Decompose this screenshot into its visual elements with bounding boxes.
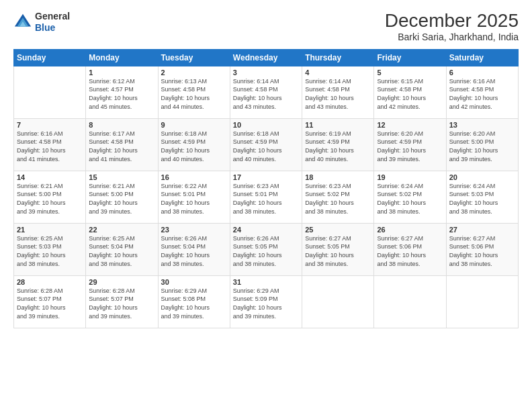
- day-info: Sunrise: 6:20 AM Sunset: 4:59 PM Dayligh…: [377, 130, 443, 163]
- header-row: Sunday Monday Tuesday Wednesday Thursday…: [14, 49, 519, 66]
- day-info: Sunrise: 6:18 AM Sunset: 4:59 PM Dayligh…: [233, 130, 299, 163]
- calendar-cell: [374, 275, 446, 328]
- day-info: Sunrise: 6:17 AM Sunset: 4:58 PM Dayligh…: [89, 130, 154, 163]
- day-info: Sunrise: 6:21 AM Sunset: 5:00 PM Dayligh…: [17, 182, 83, 216]
- day-number: 27: [449, 226, 515, 234]
- day-info: Sunrise: 6:16 AM Sunset: 4:58 PM Dayligh…: [17, 130, 83, 163]
- logo: General Blue: [13, 11, 70, 34]
- day-info: Sunrise: 6:16 AM Sunset: 4:58 PM Dayligh…: [449, 77, 515, 111]
- col-monday: Monday: [86, 49, 158, 66]
- calendar-cell: 29Sunrise: 6:28 AM Sunset: 5:07 PM Dayli…: [86, 275, 158, 328]
- day-number: 2: [161, 68, 227, 77]
- day-number: 3: [233, 68, 299, 77]
- calendar-cell: 26Sunrise: 6:27 AM Sunset: 5:06 PM Dayli…: [374, 223, 446, 275]
- calendar-cell: 2Sunrise: 6:13 AM Sunset: 4:58 PM Daylig…: [158, 66, 230, 118]
- calendar-cell: 23Sunrise: 6:26 AM Sunset: 5:04 PM Dayli…: [158, 223, 230, 275]
- logo-general: General: [35, 11, 70, 21]
- day-info: Sunrise: 6:19 AM Sunset: 4:59 PM Dayligh…: [305, 130, 371, 163]
- day-info: Sunrise: 6:26 AM Sunset: 5:05 PM Dayligh…: [233, 234, 299, 268]
- day-info: Sunrise: 6:29 AM Sunset: 5:08 PM Dayligh…: [161, 287, 227, 320]
- logo-blue: Blue: [35, 22, 55, 33]
- calendar-title: December 2025: [385, 11, 519, 32]
- logo-text: General Blue: [35, 11, 70, 34]
- day-number: 30: [161, 278, 227, 286]
- calendar-cell: 15Sunrise: 6:21 AM Sunset: 5:00 PM Dayli…: [86, 171, 158, 223]
- calendar-cell: 12Sunrise: 6:20 AM Sunset: 4:59 PM Dayli…: [374, 118, 446, 171]
- day-number: 5: [377, 68, 443, 77]
- day-number: 6: [449, 68, 515, 77]
- day-number: 11: [305, 121, 371, 129]
- day-info: Sunrise: 6:25 AM Sunset: 5:04 PM Dayligh…: [89, 234, 154, 268]
- day-info: Sunrise: 6:24 AM Sunset: 5:03 PM Dayligh…: [449, 182, 515, 216]
- calendar-cell: 7Sunrise: 6:16 AM Sunset: 4:58 PM Daylig…: [14, 118, 86, 171]
- day-number: 25: [305, 226, 371, 234]
- day-number: 24: [233, 226, 299, 234]
- calendar-cell: 18Sunrise: 6:23 AM Sunset: 5:02 PM Dayli…: [302, 171, 374, 223]
- day-number: 8: [89, 121, 154, 129]
- calendar-cell: [446, 275, 518, 328]
- calendar-cell: 19Sunrise: 6:24 AM Sunset: 5:02 PM Dayli…: [374, 171, 446, 223]
- calendar-cell: 16Sunrise: 6:22 AM Sunset: 5:01 PM Dayli…: [158, 171, 230, 223]
- day-info: Sunrise: 6:21 AM Sunset: 5:00 PM Dayligh…: [89, 182, 154, 216]
- day-number: 23: [161, 226, 227, 234]
- day-info: Sunrise: 6:12 AM Sunset: 4:57 PM Dayligh…: [89, 77, 154, 111]
- col-sunday: Sunday: [14, 49, 86, 66]
- day-number: 14: [17, 173, 83, 181]
- calendar-cell: 21Sunrise: 6:25 AM Sunset: 5:03 PM Dayli…: [14, 223, 86, 275]
- calendar-week-2: 7Sunrise: 6:16 AM Sunset: 4:58 PM Daylig…: [14, 118, 519, 171]
- day-number: 16: [161, 173, 227, 181]
- day-info: Sunrise: 6:28 AM Sunset: 5:07 PM Dayligh…: [89, 287, 154, 320]
- day-number: 20: [449, 173, 515, 181]
- day-info: Sunrise: 6:23 AM Sunset: 5:01 PM Dayligh…: [233, 182, 299, 216]
- calendar-cell: [14, 66, 86, 118]
- calendar-week-4: 21Sunrise: 6:25 AM Sunset: 5:03 PM Dayli…: [14, 223, 519, 275]
- day-info: Sunrise: 6:14 AM Sunset: 4:58 PM Dayligh…: [233, 77, 299, 111]
- col-wednesday: Wednesday: [230, 49, 302, 66]
- calendar-cell: 11Sunrise: 6:19 AM Sunset: 4:59 PM Dayli…: [302, 118, 374, 171]
- calendar-cell: 4Sunrise: 6:14 AM Sunset: 4:58 PM Daylig…: [302, 66, 374, 118]
- day-number: 26: [377, 226, 443, 234]
- calendar-cell: 25Sunrise: 6:27 AM Sunset: 5:05 PM Dayli…: [302, 223, 374, 275]
- calendar-week-5: 28Sunrise: 6:28 AM Sunset: 5:07 PM Dayli…: [14, 275, 519, 328]
- day-number: 9: [161, 121, 227, 129]
- calendar-table: Sunday Monday Tuesday Wednesday Thursday…: [13, 49, 519, 328]
- day-number: 17: [233, 173, 299, 181]
- day-number: 10: [233, 121, 299, 129]
- day-info: Sunrise: 6:24 AM Sunset: 5:02 PM Dayligh…: [377, 182, 443, 216]
- header: General Blue December 2025 Barki Saria, …: [13, 11, 519, 42]
- calendar-cell: 31Sunrise: 6:29 AM Sunset: 5:09 PM Dayli…: [230, 275, 302, 328]
- calendar-week-1: 1Sunrise: 6:12 AM Sunset: 4:57 PM Daylig…: [14, 66, 519, 118]
- day-number: 15: [89, 173, 154, 181]
- col-saturday: Saturday: [446, 49, 518, 66]
- day-number: 31: [233, 278, 299, 286]
- day-number: 19: [377, 173, 443, 181]
- day-info: Sunrise: 6:29 AM Sunset: 5:09 PM Dayligh…: [233, 287, 299, 320]
- day-number: 21: [17, 226, 83, 234]
- calendar-cell: [302, 275, 374, 328]
- day-info: Sunrise: 6:27 AM Sunset: 5:06 PM Dayligh…: [377, 234, 443, 268]
- calendar-cell: 13Sunrise: 6:20 AM Sunset: 5:00 PM Dayli…: [446, 118, 518, 171]
- col-tuesday: Tuesday: [158, 49, 230, 66]
- day-number: 29: [89, 278, 154, 286]
- day-info: Sunrise: 6:28 AM Sunset: 5:07 PM Dayligh…: [17, 287, 83, 320]
- day-number: 18: [305, 173, 371, 181]
- calendar-cell: 20Sunrise: 6:24 AM Sunset: 5:03 PM Dayli…: [446, 171, 518, 223]
- day-info: Sunrise: 6:25 AM Sunset: 5:03 PM Dayligh…: [17, 234, 83, 268]
- calendar-cell: 1Sunrise: 6:12 AM Sunset: 4:57 PM Daylig…: [86, 66, 158, 118]
- day-info: Sunrise: 6:14 AM Sunset: 4:58 PM Dayligh…: [305, 77, 371, 111]
- col-thursday: Thursday: [302, 49, 374, 66]
- col-friday: Friday: [374, 49, 446, 66]
- calendar-cell: 30Sunrise: 6:29 AM Sunset: 5:08 PM Dayli…: [158, 275, 230, 328]
- day-number: 4: [305, 68, 371, 77]
- calendar-subtitle: Barki Saria, Jharkhand, India: [385, 32, 519, 42]
- calendar-cell: 17Sunrise: 6:23 AM Sunset: 5:01 PM Dayli…: [230, 171, 302, 223]
- day-info: Sunrise: 6:22 AM Sunset: 5:01 PM Dayligh…: [161, 182, 227, 216]
- day-info: Sunrise: 6:18 AM Sunset: 4:59 PM Dayligh…: [161, 130, 227, 163]
- calendar-cell: 10Sunrise: 6:18 AM Sunset: 4:59 PM Dayli…: [230, 118, 302, 171]
- calendar-cell: 6Sunrise: 6:16 AM Sunset: 4:58 PM Daylig…: [446, 66, 518, 118]
- day-number: 1: [89, 68, 154, 77]
- calendar-cell: 28Sunrise: 6:28 AM Sunset: 5:07 PM Dayli…: [14, 275, 86, 328]
- day-number: 12: [377, 121, 443, 129]
- calendar-cell: 5Sunrise: 6:15 AM Sunset: 4:58 PM Daylig…: [374, 66, 446, 118]
- day-number: 28: [17, 278, 83, 286]
